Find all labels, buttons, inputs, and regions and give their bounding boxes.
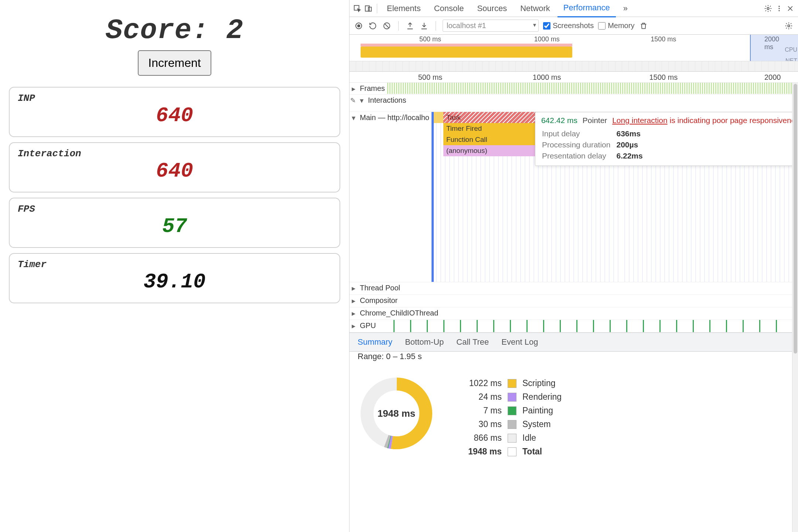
- track-compositor[interactable]: ▸ Compositor: [349, 295, 792, 307]
- gear-icon[interactable]: [763, 4, 773, 13]
- overview-activity: [361, 44, 739, 58]
- score-value: 2: [226, 15, 243, 47]
- memory-checkbox[interactable]: Memory: [598, 21, 634, 30]
- summary-donut: 1948 ms: [358, 375, 435, 452]
- track-frames[interactable]: ▸ Frames: [349, 83, 792, 95]
- upload-icon[interactable]: [405, 21, 415, 31]
- score-label: Score:: [106, 15, 209, 47]
- legend-row: 1948 msTotal: [457, 447, 562, 457]
- interactions-body[interactable]: [408, 95, 792, 112]
- disclosure-icon[interactable]: ▸: [349, 307, 358, 320]
- summary-tab-event-log[interactable]: Event Log: [501, 337, 538, 347]
- screenshots-checkbox-label: Screenshots: [553, 21, 594, 30]
- pencil-icon[interactable]: ✎: [349, 95, 358, 112]
- metric-card-fps: FPS 57: [9, 198, 340, 248]
- gear-icon[interactable]: [784, 21, 794, 31]
- perf-toolbar: localhost #1 Screenshots Memory: [349, 17, 798, 35]
- track-thread-pool[interactable]: ▸ Thread Pool: [349, 282, 792, 295]
- tab-performance[interactable]: Performance: [557, 0, 616, 17]
- metric-value: 640: [18, 104, 331, 127]
- tab-elements[interactable]: Elements: [381, 0, 427, 17]
- divider: [377, 4, 377, 13]
- legend-swatch: [508, 447, 516, 456]
- track-child-io[interactable]: ▸ Chrome_ChildIOThread: [349, 307, 792, 320]
- screenshots-checkbox-input[interactable]: [543, 22, 550, 30]
- disclosure-icon[interactable]: ▸: [349, 282, 358, 294]
- svg-rect-2: [368, 7, 371, 11]
- overview-filmstrip: [349, 61, 798, 71]
- frames-strip[interactable]: [387, 83, 792, 94]
- track-label: Frames: [358, 83, 387, 94]
- track-label: GPU: [358, 320, 378, 332]
- svg-point-4: [778, 6, 780, 7]
- legend-swatch: [508, 434, 516, 443]
- track-main[interactable]: ▾ Main — http://localho Task Timer Fired…: [349, 112, 792, 282]
- memory-checkbox-input[interactable]: [598, 22, 606, 30]
- legend-row: 7 msPainting: [457, 406, 562, 416]
- donut-center: 1948 ms: [378, 408, 416, 419]
- disclosure-icon[interactable]: ▾: [349, 112, 358, 282]
- metric-label: FPS: [18, 204, 331, 215]
- devtools-panel: Elements Console Sources Network Perform…: [349, 0, 798, 532]
- device-toolbar-icon[interactable]: [364, 4, 373, 13]
- summary-range: Range: 0 – 1.95 s: [349, 352, 792, 361]
- summary-tab-call-tree[interactable]: Call Tree: [456, 337, 489, 347]
- scrollbar[interactable]: [792, 83, 798, 532]
- tooltip-time: 642.42 ms: [541, 116, 577, 125]
- disclosure-icon[interactable]: ▸: [349, 295, 358, 307]
- svg-point-10: [788, 25, 790, 27]
- legend-label: Scripting: [522, 378, 555, 388]
- legend-label: System: [522, 419, 551, 429]
- perf-overview[interactable]: 500 ms 1000 ms 1500 ms 2000 ms CPU NET: [349, 35, 798, 72]
- trash-icon[interactable]: [639, 21, 648, 31]
- tab-console[interactable]: Console: [428, 0, 470, 17]
- track-label: Thread Pool: [358, 282, 402, 294]
- kebab-icon[interactable]: [774, 4, 784, 13]
- legend-ms: 24 ms: [457, 392, 502, 402]
- clear-icon[interactable]: [382, 21, 392, 31]
- download-icon[interactable]: [419, 21, 429, 31]
- devtools-tabbar: Elements Console Sources Network Perform…: [349, 0, 798, 17]
- overview-ruler: 500 ms 1000 ms 1500 ms 2000 ms: [349, 35, 798, 43]
- legend-ms: 866 ms: [457, 433, 502, 443]
- increment-button[interactable]: Increment: [138, 50, 211, 76]
- legend-ms: 30 ms: [457, 419, 502, 429]
- summary-tab-summary[interactable]: Summary: [358, 337, 392, 347]
- disclosure-icon[interactable]: ▸: [349, 83, 358, 94]
- tooltip-rest: is indicating poor page responsiveness.: [669, 116, 792, 125]
- legend-swatch: [508, 420, 516, 429]
- legend-row: 30 msSystem: [457, 419, 562, 429]
- interaction-tooltip: 642.42 ms Pointer Long interaction is in…: [535, 112, 792, 166]
- metric-value: 57: [18, 215, 331, 238]
- track-interactions[interactable]: ✎ ▾ Interactions: [349, 95, 792, 112]
- legend-swatch: [508, 406, 516, 415]
- svg-point-8: [357, 24, 360, 27]
- record-icon[interactable]: [354, 21, 364, 31]
- app-page: Score: 2 Increment INP 640 Interaction 6…: [0, 0, 349, 532]
- track-gpu[interactable]: ▸ GPU: [349, 320, 792, 332]
- inspect-element-icon[interactable]: [352, 4, 362, 13]
- flame-chart[interactable]: Task Timer Fired Function Call (anonymou…: [432, 112, 792, 282]
- svg-point-3: [767, 7, 769, 10]
- score-heading: Score: 2: [9, 15, 340, 47]
- metric-value: 640: [18, 159, 331, 183]
- tab-network[interactable]: Network: [514, 0, 556, 17]
- reload-record-icon[interactable]: [368, 21, 378, 31]
- summary-tab-bottom-up[interactable]: Bottom-Up: [405, 337, 444, 347]
- tab-more[interactable]: »: [617, 0, 634, 17]
- disclosure-icon[interactable]: ▸: [349, 320, 358, 332]
- track-label: Chrome_ChildIOThread: [358, 307, 440, 320]
- close-icon[interactable]: [785, 4, 795, 13]
- tooltip-long-interaction-link[interactable]: Long interaction: [612, 116, 667, 125]
- disclosure-icon[interactable]: ▾: [358, 95, 366, 112]
- timeline-ruler[interactable]: 500 ms 1000 ms 1500 ms 2000 ms: [349, 72, 798, 83]
- metric-label: INP: [18, 93, 331, 104]
- svg-rect-1: [365, 6, 369, 11]
- metric-value: 39.10: [18, 270, 331, 294]
- legend-label: Painting: [522, 406, 553, 416]
- svg-point-6: [778, 10, 780, 11]
- recordings-dropdown[interactable]: localhost #1: [443, 20, 539, 32]
- screenshots-checkbox[interactable]: Screenshots: [543, 21, 594, 30]
- track-label: Interactions: [366, 95, 408, 112]
- tab-sources[interactable]: Sources: [471, 0, 513, 17]
